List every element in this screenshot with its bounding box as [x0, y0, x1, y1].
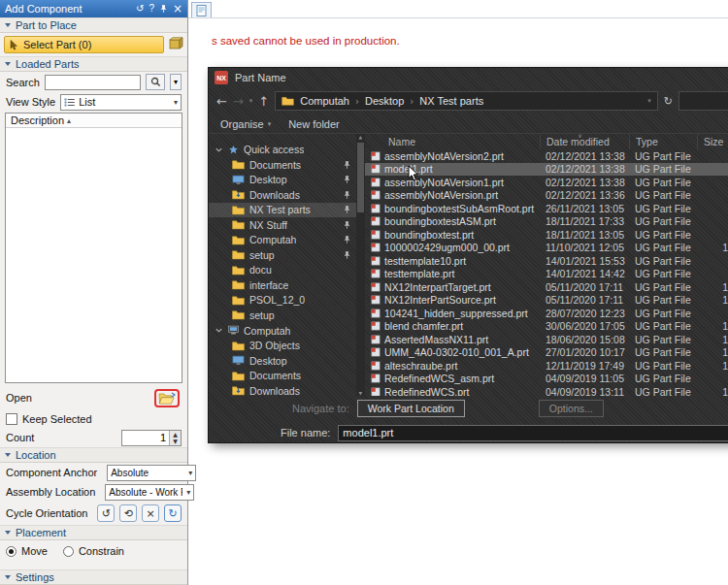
section-location[interactable]: Location [0, 447, 187, 463]
new-folder-button[interactable]: New folder [288, 118, 340, 130]
file-row[interactable]: boundingboxtestASM.prt18/11/2021 17:33UG… [365, 215, 728, 229]
clear-orientation-icon[interactable]: × [142, 504, 159, 522]
file-row[interactable]: RedefinedWCS_asm.prt04/09/2019 11:05UG P… [365, 373, 728, 386]
keep-selected-checkbox[interactable] [6, 413, 17, 425]
sidebar-item-computah[interactable]: Computah [209, 233, 356, 248]
search-input[interactable] [45, 75, 141, 90]
sidebar-item-desktop[interactable]: Desktop [209, 173, 356, 188]
pin-icon[interactable] [159, 4, 168, 14]
reset-icon[interactable]: ↺ [136, 4, 144, 14]
scroll-down-icon[interactable]: ▼ [359, 390, 363, 396]
chevron-down-icon[interactable] [215, 326, 223, 335]
scrollbar-thumb[interactable] [357, 143, 364, 212]
file-row[interactable]: boundingboxtestSubAsmRoot.prt26/11/2021 … [365, 202, 728, 215]
rotate-cycle-icon[interactable]: ⟲ [119, 504, 137, 522]
file-row[interactable]: assemblyNotAVersion1.prt02/12/2021 13:38… [365, 176, 728, 189]
component-anchor-dropdown[interactable]: Absolute ▾ [107, 465, 196, 481]
organise-button[interactable]: Organise ▾ [220, 118, 271, 130]
sidebar-item-desktop[interactable]: Desktop [209, 353, 356, 369]
description-column-header[interactable]: Description ▴ [6, 114, 182, 128]
assembly-location-dropdown[interactable]: Absolute - Work Part ▾ [105, 484, 194, 501]
sidebar-scrollbar[interactable]: ▲ ▼ [356, 134, 365, 396]
part-icon[interactable] [169, 37, 183, 52]
back-button[interactable]: ← [216, 94, 227, 109]
select-part-field[interactable]: Select Part (0) [4, 36, 164, 53]
chevron-down-icon[interactable] [215, 146, 223, 154]
part-window-tab[interactable] [191, 2, 212, 17]
search-button[interactable] [146, 74, 165, 90]
search-options-button[interactable]: ▾ [170, 74, 182, 90]
file-row[interactable]: RedefinedWCS.prt04/09/2019 13:11UG Part … [365, 385, 728, 396]
file-row[interactable]: UMM_4A0-0302-010_001_A.prt27/01/2020 10:… [365, 346, 728, 360]
column-header-date-modified[interactable]: ∨ Date modified [540, 134, 629, 149]
sidebar-item-downloads[interactable]: Downloads [209, 383, 356, 396]
file-row[interactable]: testtemplate10.prt14/01/2021 15:53UG Par… [365, 254, 728, 268]
file-row[interactable]: testtemplate.prt14/01/2021 14:42UG Part … [365, 268, 728, 281]
sidebar-group[interactable]: Quick access [209, 142, 356, 157]
breadcrumb-segment[interactable]: Desktop [365, 95, 404, 107]
sidebar-item-interface[interactable]: interface [209, 277, 356, 293]
file-name-input[interactable] [338, 425, 728, 441]
open-folder-button[interactable] [158, 392, 176, 405]
sidebar-item-documents[interactable]: Documents [209, 369, 356, 384]
sidebar-group[interactable]: Computah [209, 323, 356, 339]
file-type: UG Part File [629, 229, 697, 241]
sidebar-item-documents[interactable]: Documents [209, 157, 356, 173]
options-button[interactable]: Options... [539, 400, 604, 417]
sidebar-item-setup[interactable]: setup [209, 247, 356, 263]
column-header-size[interactable]: Size [697, 134, 728, 149]
file-row[interactable]: boundingboxtest.prt18/11/2021 13:05UG Pa… [365, 228, 728, 242]
file-row[interactable]: assemblyNotAVersion.prt02/12/2021 13:36U… [365, 189, 728, 203]
breadcrumb-segment[interactable]: NX Test parts [419, 95, 483, 107]
spin-up-icon[interactable]: ▲ [170, 431, 181, 439]
scroll-up-icon[interactable]: ▲ [359, 135, 363, 141]
forward-button[interactable]: → [233, 94, 244, 109]
loaded-parts-list-body[interactable] [6, 128, 182, 382]
sidebar-item-setup[interactable]: setup [209, 308, 356, 323]
count-input[interactable] [122, 431, 169, 445]
up-button[interactable]: ↑ [258, 94, 269, 109]
refresh-icon[interactable]: ↻ [664, 95, 673, 108]
history-dropdown-icon[interactable]: ▾ [249, 97, 253, 105]
constrain-radio[interactable] [63, 546, 74, 557]
sidebar-item-nx-test-parts[interactable]: NX Test parts [209, 203, 356, 218]
column-header-name[interactable]: Name [365, 134, 540, 149]
file-row[interactable]: blend chamfer.prt30/06/2020 17:05UG Part… [365, 320, 728, 334]
section-loaded-parts[interactable]: Loaded Parts [0, 56, 187, 72]
column-header-type[interactable]: Type [629, 134, 697, 149]
count-spin-buttons[interactable]: ▲ ▼ [169, 431, 181, 445]
breadcrumb-segment[interactable]: Computah [300, 95, 349, 107]
add-component-titlebar[interactable]: Add Component ↺ ? × [0, 0, 187, 17]
view-style-dropdown[interactable]: List ▾ [60, 94, 182, 111]
move-radio[interactable] [6, 546, 17, 557]
breadcrumb-dropdown-icon[interactable]: ▾ [647, 97, 651, 105]
rotate-cw-icon[interactable]: ↻ [164, 504, 182, 522]
sidebar-item-psol-12-0[interactable]: PSOL_12_0 [209, 293, 356, 309]
file-row[interactable]: model1.prt02/12/2021 13:38UG Part File6 [365, 163, 728, 177]
search-box[interactable] [678, 91, 728, 111]
file-row[interactable]: alteschraube.prt12/11/2019 17:49UG Part … [365, 359, 728, 373]
sidebar-item-downloads[interactable]: Downloads [209, 187, 356, 203]
breadcrumb[interactable]: Computah›Desktop›NX Test parts ▾ [275, 91, 658, 111]
file-name: RedefinedWCS_asm.prt [384, 373, 494, 384]
close-icon[interactable]: × [173, 4, 182, 14]
count-spinner[interactable]: ▲ ▼ [121, 430, 182, 446]
file-row[interactable]: AssertedMassNX11.prt18/06/2020 15:08UG P… [365, 333, 728, 346]
file-row[interactable]: assemblyNotAVersion2.prt02/12/2021 13:38… [365, 149, 728, 163]
file-row[interactable]: NX12InterpartTarget.prt05/11/2020 17:11U… [365, 280, 728, 294]
section-settings[interactable]: Settings [0, 569, 187, 585]
sidebar-item-3d-objects[interactable]: 3D Objects [209, 339, 356, 354]
work-part-location-button[interactable]: Work Part Location [357, 400, 465, 417]
rotate-ccw-icon[interactable]: ↺ [97, 504, 115, 522]
file-row[interactable]: NX12InterPartSource.prt05/11/2020 17:11U… [365, 294, 728, 308]
help-icon[interactable]: ? [149, 4, 154, 14]
file-row[interactable]: 104241_hidden_suppressed.prt28/07/2020 1… [365, 307, 728, 320]
spin-down-icon[interactable]: ▼ [170, 438, 181, 445]
section-placement[interactable]: Placement [0, 525, 187, 540]
loaded-parts-list[interactable]: Description ▴ [5, 113, 182, 383]
part-name-titlebar[interactable]: NX Part Name [209, 68, 728, 87]
file-row[interactable]: 1000002429ugm000_00.prt11/10/2021 12:05U… [365, 242, 728, 255]
section-part-to-place[interactable]: Part to Place [0, 17, 187, 33]
sidebar-item-nx-stuff[interactable]: NX Stuff [209, 217, 356, 233]
sidebar-item-docu[interactable]: docu [209, 263, 356, 278]
